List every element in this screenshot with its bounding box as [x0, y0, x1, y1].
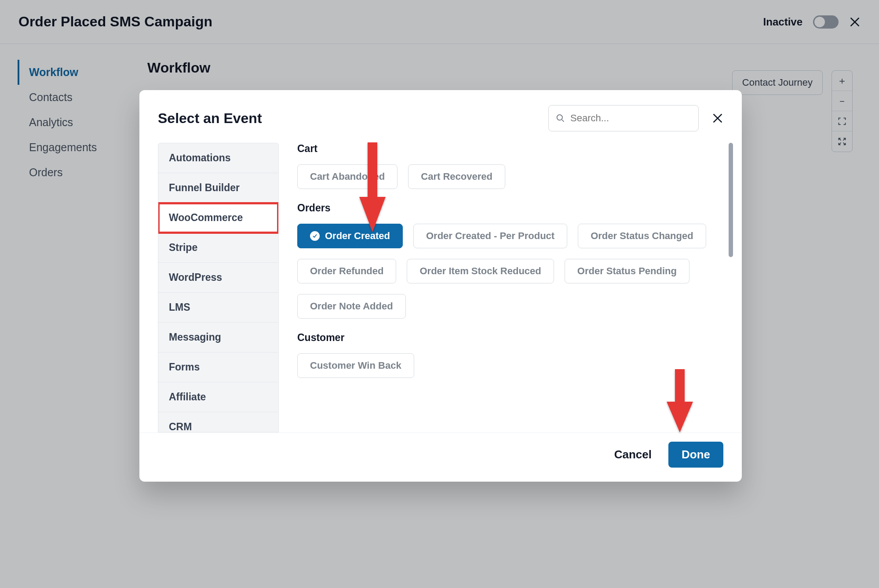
scrollbar[interactable]	[729, 143, 733, 257]
category-item-funnel-builder[interactable]: Funnel Builder	[158, 173, 278, 203]
category-item-woocommerce[interactable]: WooCommerce	[158, 203, 278, 233]
event-label: Order Note Added	[310, 301, 393, 312]
event-order-created-per-product[interactable]: Order Created - Per Product	[413, 224, 567, 248]
category-item-stripe[interactable]: Stripe	[158, 233, 278, 263]
side-nav: WorkflowContactsAnalyticsEngagementsOrde…	[0, 44, 134, 588]
event-cart-recovered[interactable]: Cart Recovered	[408, 164, 505, 189]
event-order-item-stock-reduced[interactable]: Order Item Stock Reduced	[407, 259, 554, 283]
close-button[interactable]	[849, 16, 861, 28]
zoom-in-button[interactable]: ＋	[832, 71, 852, 91]
event-order-note-added[interactable]: Order Note Added	[297, 294, 406, 319]
modal-title: Select an Event	[158, 110, 262, 127]
zoom-controls: ＋ －	[832, 70, 853, 152]
cancel-button[interactable]: Cancel	[614, 448, 652, 461]
check-icon	[310, 231, 320, 241]
search-input[interactable]	[570, 113, 691, 124]
event-customer-win-back[interactable]: Customer Win Back	[297, 353, 414, 378]
side-nav-item-engagements[interactable]: Engagements	[18, 135, 134, 160]
category-item-messaging[interactable]: Messaging	[158, 323, 278, 352]
svg-point-0	[557, 115, 562, 120]
fit-screen-button[interactable]	[832, 111, 852, 131]
side-nav-item-workflow[interactable]: Workflow	[18, 60, 134, 85]
minus-icon: －	[837, 94, 847, 108]
status-label: Inactive	[763, 16, 802, 28]
header-controls: Inactive	[763, 15, 861, 29]
event-order-status-pending[interactable]: Order Status Pending	[565, 259, 689, 283]
contact-journey-button[interactable]: Contact Journey	[732, 70, 823, 95]
events-pane: CartCart AbandonedCart RecoveredOrdersOr…	[279, 143, 733, 432]
active-toggle[interactable]	[813, 15, 839, 29]
event-label: Order Created - Per Product	[426, 230, 554, 242]
event-order-created[interactable]: Order Created	[297, 224, 403, 248]
event-cart-abandoned[interactable]: Cart Abandoned	[297, 164, 398, 189]
category-item-crm[interactable]: CRM	[158, 412, 278, 432]
done-button[interactable]: Done	[668, 442, 723, 468]
category-list: AutomationsFunnel BuilderWooCommerceStri…	[158, 143, 279, 432]
side-nav-item-orders[interactable]: Orders	[18, 160, 134, 185]
event-label: Order Status Pending	[577, 265, 677, 277]
page-title: Order Placed SMS Campaign	[18, 14, 212, 30]
event-chip-row: Cart AbandonedCart Recovered	[297, 164, 718, 189]
zoom-out-button[interactable]: －	[832, 91, 852, 111]
search-icon	[556, 113, 565, 123]
modal-header: Select an Event	[139, 90, 742, 143]
event-chip-row: Customer Win Back	[297, 353, 718, 378]
expand-icon	[838, 137, 846, 146]
event-label: Order Item Stock Reduced	[419, 265, 541, 277]
category-item-wordpress[interactable]: WordPress	[158, 263, 278, 293]
event-label: Order Created	[325, 230, 390, 242]
event-order-status-changed[interactable]: Order Status Changed	[578, 224, 706, 248]
search-box[interactable]	[548, 105, 699, 131]
side-nav-item-contacts[interactable]: Contacts	[18, 85, 134, 110]
event-label: Customer Win Back	[310, 360, 401, 371]
close-icon	[712, 113, 723, 124]
fit-icon	[838, 117, 846, 126]
category-item-lms[interactable]: LMS	[158, 293, 278, 323]
event-label: Cart Abandoned	[310, 171, 385, 182]
plus-icon: ＋	[837, 74, 847, 87]
section-title-customer: Customer	[297, 332, 718, 344]
select-event-modal: Select an Event AutomationsFunnel Builde…	[139, 90, 742, 482]
event-label: Cart Recovered	[421, 171, 492, 182]
category-item-affiliate[interactable]: Affiliate	[158, 382, 278, 412]
canvas-toolbar: Contact Journey ＋ －	[732, 70, 853, 152]
category-item-automations[interactable]: Automations	[158, 143, 278, 173]
page-header: Order Placed SMS Campaign Inactive	[0, 0, 879, 44]
event-chip-row: Order CreatedOrder Created - Per Product…	[297, 224, 718, 319]
event-order-refunded[interactable]: Order Refunded	[297, 259, 396, 283]
section-title-cart: Cart	[297, 143, 718, 155]
section-title-orders: Orders	[297, 202, 718, 214]
close-icon	[849, 16, 861, 28]
fullscreen-button[interactable]	[832, 131, 852, 152]
event-label: Order Refunded	[310, 265, 383, 277]
event-label: Order Status Changed	[591, 230, 693, 242]
modal-close-button[interactable]	[712, 113, 723, 124]
category-item-forms[interactable]: Forms	[158, 352, 278, 382]
modal-footer: Cancel Done	[139, 432, 742, 482]
side-nav-item-analytics[interactable]: Analytics	[18, 110, 134, 135]
